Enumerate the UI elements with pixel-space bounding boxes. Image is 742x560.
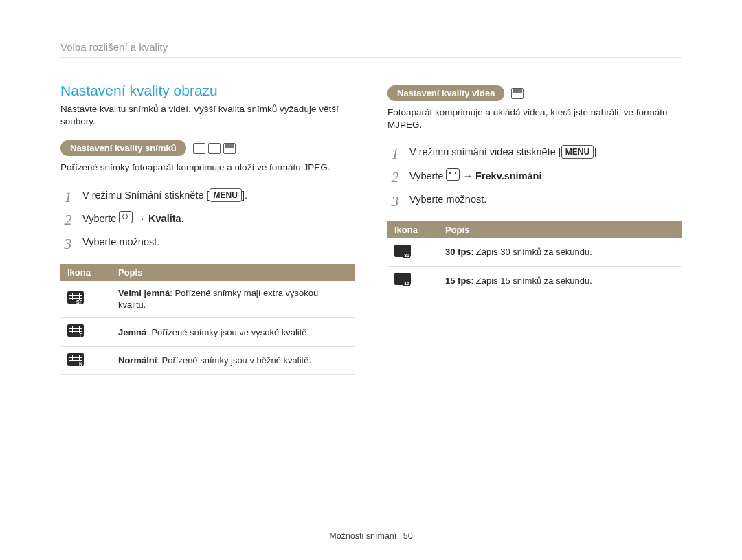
intro-text: Nastavte kvalitu snímků a videí. Vyšší k… [60,103,355,128]
photo-step-2: Vyberte → Kvalita. [60,207,355,231]
th-desc: Popis [111,264,355,281]
photo-quality-table: Ikona Popis SF Velmi jemná: Pořízené sní… [60,264,355,375]
th-desc: Popis [438,221,682,238]
row-text: : Pořízené snímky jsou v běžné kvalitě. [157,355,311,366]
camera-icon [119,211,133,223]
step-text: Vyberte [409,170,446,181]
step-text: Vyberte [82,213,119,224]
fps-30-icon: 30 [394,245,411,257]
row-name: 30 fps [445,247,471,257]
footer-page-number: 50 [403,531,413,541]
quality-f-icon: F [67,324,84,337]
step-text: V režimu Snímání stiskněte [ [82,190,210,201]
step-text: ]. [594,146,599,157]
step-arrow: → [133,213,148,224]
subheading-pill-video: Nastavení kvality videa [387,85,504,101]
video-steps: V režimu snímání videa stiskněte [MENU].… [387,141,682,211]
photo-step-3: Vyberte možnost. [60,231,355,254]
right-column: Nastavení kvality videa Fotoaparát kompr… [387,70,682,519]
row-name: Normální [118,355,157,366]
photo-step-1: V režimu Snímání stiskněte [MENU]. [60,184,355,208]
photo-desc: Pořízené snímky fotoaparát komprimuje a … [60,161,355,174]
table-row: N Normální: Pořízené snímky jsou v běžné… [60,346,355,375]
quality-sf-icon: SF [67,291,84,304]
video-desc: Fotoaparát komprimuje a ukládá videa, kt… [387,107,682,131]
quality-n-icon: N [67,353,84,366]
row-text: : Zápis 30 snímků za sekundu. [471,247,592,257]
video-step-1: V režimu snímání videa stiskněte [MENU]. [387,141,682,164]
step-keyword: Frekv.snímání [475,170,541,181]
photo-steps: V režimu Snímání stiskněte [MENU]. Vyber… [60,184,355,254]
menu-button-icon: MENU [561,145,594,159]
fps-15-icon: 15 [394,273,411,285]
page-header: Volba rozlišení a kvality [60,41,682,58]
subheading-row: Nastavení kvality videa [387,85,682,101]
step-keyword: Kvalita [148,213,181,224]
video-step-2: Vyberte → Frekv.snímání. [387,164,682,188]
mode-photo-icon [208,143,221,154]
subheading-row: Nastavení kvality snímků [60,140,355,156]
row-text: : Zápis 15 snímků za sekundu. [471,276,592,286]
table-row: F Jemná: Pořízené snímky jsou ve vysoké … [60,318,355,347]
page: Volba rozlišení a kvality Nastavení kval… [0,0,742,560]
breadcrumb: Volba rozlišení a kvality [60,41,682,58]
footer-section: Možnosti snímání [329,531,396,541]
step-text: . [541,170,544,181]
table-row: SF Velmi jemná: Pořízené snímky mají ext… [60,281,355,318]
video-step-3: Vyberte možnost. [387,188,682,212]
menu-button-icon: MENU [210,188,242,202]
table-row: 15 15 fps: Zápis 15 snímků za sekundu. [387,267,682,295]
section-title: Nastavení kvality obrazu [60,82,355,99]
subheading-pill-photo: Nastavení kvality snímků [60,140,186,156]
mode-smart-icon [223,143,236,154]
content-columns: Nastavení kvality obrazu Nastavte kvalit… [60,70,682,519]
step-text: V režimu snímání videa stiskněte [ [409,146,561,157]
step-arrow: → [460,170,475,181]
left-column: Nastavení kvality obrazu Nastavte kvalit… [60,70,355,519]
row-text: : Pořízené snímky jsou ve vysoké kvalitě… [146,327,309,337]
mode-icons [511,88,524,99]
th-icon: Ikona [60,264,111,281]
step-text: ]. [242,190,247,201]
th-icon: Ikona [387,221,438,238]
mode-video-icon [511,88,524,99]
row-name: Velmi jemná [118,288,170,298]
row-name: 15 fps [445,276,471,286]
row-name: Jemná [118,327,146,337]
step-text: . [181,213,184,224]
mode-icons [193,143,236,154]
video-fps-table: Ikona Popis 30 30 fps: Zápis 30 snímků z… [387,221,682,295]
mode-camera-icon [193,143,205,154]
table-row: 30 30 fps: Zápis 30 snímků za sekundu. [387,238,682,267]
page-footer: Možnosti snímání 50 [60,519,682,541]
video-icon [446,168,460,181]
